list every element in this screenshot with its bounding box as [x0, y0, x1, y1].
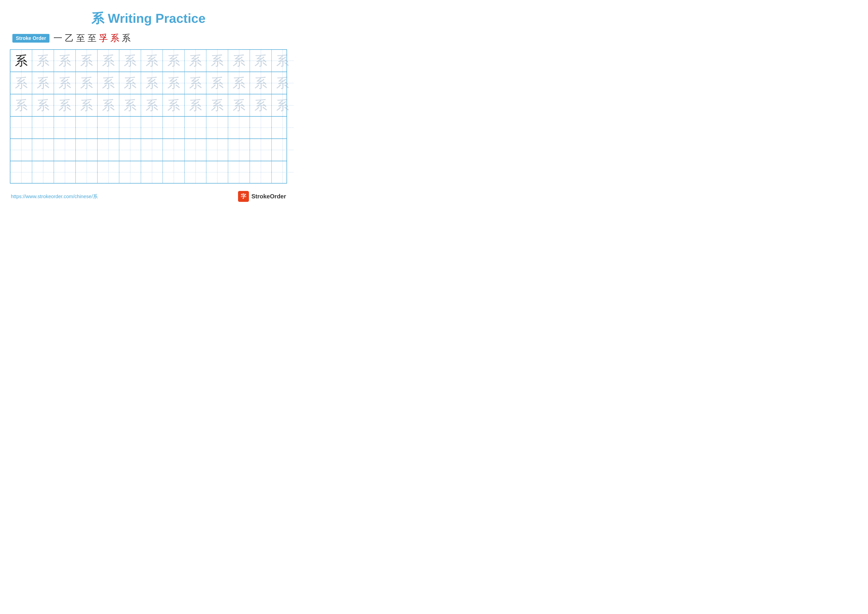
grid-cell[interactable]: 系	[206, 72, 228, 94]
grid-cell[interactable]	[119, 161, 141, 183]
grid-cell[interactable]	[98, 161, 119, 183]
grid-cell[interactable]	[76, 161, 98, 183]
grid-cell[interactable]: 系	[141, 50, 163, 72]
grid-cell[interactable]: 系	[184, 50, 206, 72]
footer-url: https://www.strokeorder.com/chinese/系	[11, 193, 98, 200]
cell-character: 系	[211, 76, 224, 89]
grid-cell[interactable]: 系	[228, 50, 250, 72]
grid-cell[interactable]: 系	[184, 94, 206, 116]
grid-cell[interactable]: 系	[272, 72, 293, 94]
grid-cell[interactable]	[76, 117, 98, 138]
grid-cell[interactable]	[10, 161, 32, 183]
grid-cell[interactable]: 系	[163, 94, 184, 116]
grid-cell[interactable]: 系	[228, 72, 250, 94]
footer-brand: 字 StrokeOrder	[238, 191, 286, 202]
grid-cell[interactable]	[250, 139, 272, 161]
grid-cell[interactable]	[250, 161, 272, 183]
grid-row-5[interactable]	[10, 161, 287, 183]
cell-character: 系	[276, 54, 289, 67]
grid-cell[interactable]	[272, 161, 293, 183]
cell-character: 系	[58, 54, 71, 67]
grid-cell[interactable]	[32, 139, 54, 161]
grid-cell[interactable]	[141, 117, 163, 138]
grid-cell[interactable]	[119, 139, 141, 161]
grid-cell[interactable]: 系	[250, 72, 272, 94]
grid-cell[interactable]	[163, 117, 184, 138]
grid-cell[interactable]	[98, 117, 119, 138]
grid-cell[interactable]	[272, 117, 293, 138]
footer: https://www.strokeorder.com/chinese/系 字 …	[10, 191, 287, 202]
grid-cell[interactable]	[250, 117, 272, 138]
grid-cell[interactable]: 系	[98, 72, 119, 94]
grid-cell[interactable]: 系	[250, 94, 272, 116]
grid-cell[interactable]	[228, 139, 250, 161]
grid-cell[interactable]: 系	[163, 72, 184, 94]
grid-cell[interactable]: 系	[184, 72, 206, 94]
grid-cell[interactable]: 系	[272, 94, 293, 116]
grid-cell[interactable]: 系	[32, 72, 54, 94]
grid-cell[interactable]	[206, 139, 228, 161]
grid-cell[interactable]: 系	[76, 72, 98, 94]
grid-cell[interactable]	[54, 139, 76, 161]
grid-cell[interactable]	[119, 117, 141, 138]
grid-cell[interactable]	[163, 161, 184, 183]
grid-cell[interactable]	[98, 139, 119, 161]
grid-row-4[interactable]	[10, 139, 287, 161]
grid-row-2[interactable]: 系系系系系系系系系系系系系	[10, 94, 287, 117]
grid-cell[interactable]: 系	[228, 94, 250, 116]
grid-cell[interactable]	[184, 117, 206, 138]
grid-cell[interactable]	[163, 139, 184, 161]
grid-cell[interactable]	[228, 117, 250, 138]
cell-character: 系	[15, 99, 28, 112]
grid-cell[interactable]: 系	[98, 94, 119, 116]
grid-cell[interactable]: 系	[163, 50, 184, 72]
grid-cell[interactable]	[141, 139, 163, 161]
grid-cell[interactable]: 系	[76, 50, 98, 72]
grid-cell[interactable]: 系	[141, 94, 163, 116]
grid-cell[interactable]: 系	[10, 50, 32, 72]
grid-cell[interactable]	[206, 161, 228, 183]
grid-cell[interactable]: 系	[119, 94, 141, 116]
grid-cell[interactable]: 系	[206, 94, 228, 116]
grid-cell[interactable]	[141, 161, 163, 183]
grid-cell[interactable]	[206, 117, 228, 138]
grid-cell[interactable]	[10, 139, 32, 161]
grid-cell[interactable]: 系	[119, 72, 141, 94]
grid-cell[interactable]: 系	[272, 50, 293, 72]
grid-cell[interactable]	[10, 117, 32, 138]
grid-cell[interactable]	[32, 117, 54, 138]
grid-cell[interactable]: 系	[119, 50, 141, 72]
cell-character: 系	[254, 99, 267, 112]
grid-cell[interactable]: 系	[206, 50, 228, 72]
grid-cell[interactable]	[272, 139, 293, 161]
grid-cell[interactable]: 系	[76, 94, 98, 116]
grid-cell[interactable]: 系	[32, 50, 54, 72]
grid-cell[interactable]	[228, 161, 250, 183]
grid-row-1[interactable]: 系系系系系系系系系系系系系	[10, 72, 287, 94]
cell-character: 系	[102, 99, 115, 112]
grid-cell[interactable]: 系	[10, 94, 32, 116]
grid-cell[interactable]: 系	[141, 72, 163, 94]
cell-character: 系	[211, 99, 224, 112]
grid-cell[interactable]	[54, 161, 76, 183]
grid-cell[interactable]	[54, 117, 76, 138]
title-text: Writing Practice	[104, 11, 205, 25]
grid-row-3[interactable]	[10, 117, 287, 139]
grid-cell[interactable]: 系	[54, 94, 76, 116]
cell-character: 系	[167, 99, 180, 112]
grid-cell[interactable]	[76, 139, 98, 161]
brand-icon: 字	[238, 191, 249, 202]
grid-cell[interactable]: 系	[54, 50, 76, 72]
grid-cell[interactable]	[184, 161, 206, 183]
grid-cell[interactable]: 系	[32, 94, 54, 116]
grid-cell[interactable]	[32, 161, 54, 183]
grid-cell[interactable]: 系	[98, 50, 119, 72]
grid-cell[interactable]: 系	[54, 72, 76, 94]
grid-row-0[interactable]: 系系系系系系系系系系系系系	[10, 50, 287, 72]
cell-character: 系	[80, 54, 93, 67]
grid-cell[interactable]	[184, 139, 206, 161]
grid-cell[interactable]: 系	[250, 50, 272, 72]
grid-cell[interactable]: 系	[10, 72, 32, 94]
title-character: 系	[91, 11, 104, 25]
cell-character: 系	[37, 76, 50, 89]
